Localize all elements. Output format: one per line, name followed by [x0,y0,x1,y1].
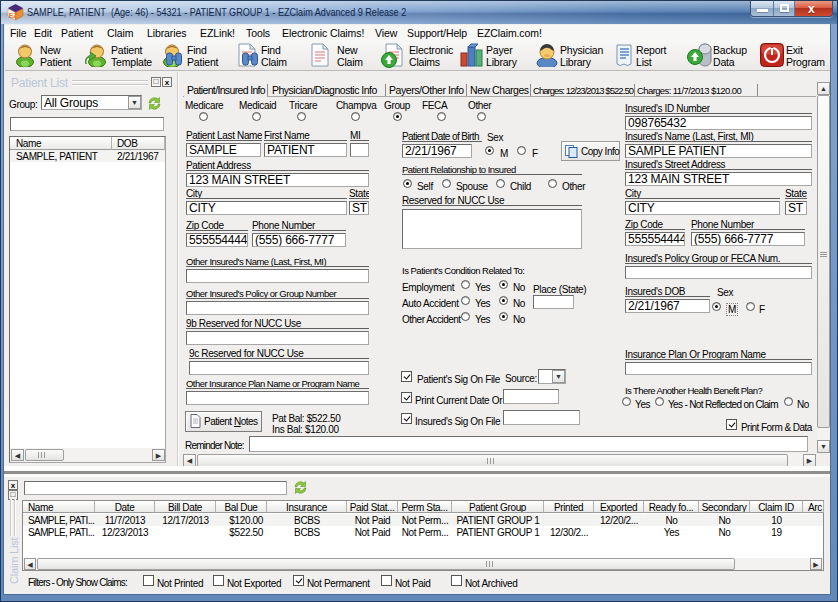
svg-text:EZ: EZ [9,12,17,19]
